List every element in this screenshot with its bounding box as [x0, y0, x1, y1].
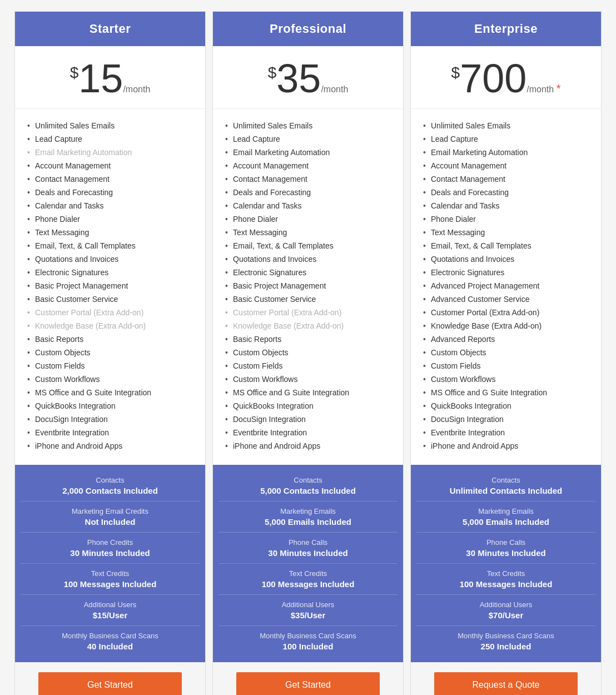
- price-amount: 35: [276, 56, 321, 101]
- feature-item: DocuSign Integration: [423, 413, 591, 426]
- detail-label: Monthly Business Card Scans: [419, 632, 593, 640]
- detail-block: Marketing Emails5,000 Emails Included: [218, 502, 398, 533]
- detail-value: 2,000 Contacts Included: [23, 486, 197, 495]
- feature-item: Knowledge Base (Extra Add-on): [423, 319, 591, 332]
- detail-block: Contacts5,000 Contacts Included: [218, 470, 398, 502]
- feature-item: Text Messaging: [27, 226, 195, 239]
- detail-value: 100 Messages Included: [23, 579, 197, 589]
- feature-item: Unlimited Sales Emails: [423, 119, 591, 132]
- feature-item: Customer Portal (Extra Add-on): [225, 306, 393, 319]
- feature-item: Quotations and Invoices: [423, 252, 591, 266]
- feature-item: Email Marketing Automation: [225, 146, 393, 159]
- detail-block: Phone Calls30 Minutes Included: [218, 533, 398, 564]
- feature-item: Email Marketing Automation: [423, 146, 591, 159]
- detail-value: $35/User: [221, 610, 395, 620]
- feature-item: Account Management: [225, 159, 393, 172]
- feature-item: DocuSign Integration: [27, 413, 195, 426]
- detail-value: 5,000 Emails Included: [221, 517, 395, 527]
- detail-value: Not Included: [23, 517, 197, 527]
- feature-item: Email, Text, & Call Templates: [27, 239, 195, 252]
- feature-item: Basic Reports: [225, 332, 393, 346]
- feature-item: Custom Objects: [423, 346, 591, 359]
- feature-item: Custom Workflows: [423, 373, 591, 386]
- detail-block: Monthly Business Card Scans40 Included: [21, 626, 200, 657]
- detail-value: 5,000 Contacts Included: [221, 486, 395, 495]
- feature-item: Deals and Forecasting: [423, 186, 591, 199]
- feature-item: Email, Text, & Call Templates: [225, 239, 393, 252]
- cta-button-professional[interactable]: Get Started: [236, 672, 380, 695]
- plan-price-professional: $35/month: [213, 46, 403, 109]
- feature-item: iPhone and Android Apps: [423, 439, 591, 453]
- detail-label: Additional Users: [23, 600, 197, 609]
- feature-item: Advanced Customer Service: [423, 292, 591, 306]
- features-list-professional: Unlimited Sales EmailsLead CaptureEmail …: [213, 109, 403, 465]
- detail-label: Text Credits: [419, 569, 593, 578]
- price-period: /month: [123, 85, 150, 94]
- feature-item: Text Messaging: [225, 226, 393, 239]
- detail-value: 40 Included: [23, 642, 197, 651]
- plan-starter: Starter$15/monthUnlimited Sales EmailsLe…: [14, 11, 206, 695]
- detail-value: 5,000 Emails Included: [419, 517, 593, 527]
- feature-item: Lead Capture: [27, 132, 195, 146]
- feature-item: DocuSign Integration: [225, 413, 393, 426]
- detail-block: Text Credits100 Messages Included: [416, 564, 595, 595]
- feature-item: Advanced Project Management: [423, 279, 591, 292]
- feature-item: Eventbrite Integration: [423, 426, 591, 439]
- feature-item: Custom Workflows: [225, 373, 393, 386]
- feature-item: Quotations and Invoices: [225, 252, 393, 266]
- detail-block: Phone Calls30 Minutes Included: [416, 533, 595, 564]
- plan-price-enterprise: $700/month *: [411, 46, 601, 109]
- plan-details-enterprise: ContactsUnlimited Contacts IncludedMarke…: [411, 465, 601, 662]
- detail-block: Additional Users$15/User: [21, 595, 200, 626]
- detail-label: Contacts: [419, 476, 593, 484]
- features-list-starter: Unlimited Sales EmailsLead CaptureEmail …: [15, 109, 205, 465]
- feature-item: Contact Management: [27, 172, 195, 186]
- feature-item: Customer Portal (Extra Add-on): [27, 306, 195, 319]
- features-list-enterprise: Unlimited Sales EmailsLead CaptureEmail …: [411, 109, 601, 465]
- detail-value: 30 Minutes Included: [23, 548, 197, 558]
- price-amount: 700: [460, 56, 526, 101]
- feature-item: Electronic Signatures: [423, 266, 591, 279]
- plan-header-starter: Starter: [15, 12, 205, 46]
- feature-item: Lead Capture: [423, 132, 591, 146]
- plan-header-enterprise: Enterprise: [411, 12, 601, 46]
- cta-button-starter[interactable]: Get Started: [38, 672, 182, 695]
- detail-block: Text Credits100 Messages Included: [218, 564, 398, 595]
- feature-item: Basic Project Management: [225, 279, 393, 292]
- detail-label: Additional Users: [221, 600, 395, 609]
- feature-item: QuickBooks Integration: [423, 399, 591, 413]
- detail-label: Marketing Email Credits: [23, 507, 197, 515]
- detail-label: Marketing Emails: [221, 507, 395, 515]
- currency-symbol: $: [70, 64, 79, 82]
- feature-item: Basic Customer Service: [27, 292, 195, 306]
- feature-item: Advanced Reports: [423, 332, 591, 346]
- plan-cta-starter: Get Started: [15, 662, 205, 695]
- feature-item: QuickBooks Integration: [225, 399, 393, 413]
- cta-button-enterprise[interactable]: Request a Quote: [434, 672, 578, 695]
- feature-item: Custom Objects: [27, 346, 195, 359]
- feature-item: Customer Portal (Extra Add-on): [423, 306, 591, 319]
- detail-value: 30 Minutes Included: [419, 548, 593, 558]
- feature-item: Contact Management: [423, 172, 591, 186]
- plan-enterprise: Enterprise$700/month *Unlimited Sales Em…: [410, 11, 602, 695]
- feature-item: Calendar and Tasks: [225, 199, 393, 212]
- detail-label: Monthly Business Card Scans: [23, 632, 197, 640]
- plan-details-starter: Contacts2,000 Contacts IncludedMarketing…: [15, 465, 205, 662]
- detail-value: 100 Included: [221, 642, 395, 651]
- plan-professional: Professional$35/monthUnlimited Sales Ema…: [212, 11, 404, 695]
- feature-item: Custom Fields: [225, 359, 393, 373]
- detail-label: Phone Credits: [23, 538, 197, 547]
- detail-label: Text Credits: [23, 569, 197, 578]
- plan-header-professional: Professional: [213, 12, 403, 46]
- detail-value: Unlimited Contacts Included: [419, 486, 593, 495]
- currency-symbol: $: [268, 64, 277, 82]
- pricing-container: Starter$15/monthUnlimited Sales EmailsLe…: [11, 11, 605, 695]
- detail-value: $70/User: [419, 610, 593, 620]
- plan-details-professional: Contacts5,000 Contacts IncludedMarketing…: [213, 465, 403, 662]
- feature-item: Email, Text, & Call Templates: [423, 239, 591, 252]
- feature-item: Text Messaging: [423, 226, 591, 239]
- detail-value: $15/User: [23, 610, 197, 620]
- feature-item: MS Office and G Suite Integration: [423, 386, 591, 399]
- detail-block: Monthly Business Card Scans250 Included: [416, 626, 595, 657]
- detail-block: Marketing Email CreditsNot Included: [21, 502, 200, 533]
